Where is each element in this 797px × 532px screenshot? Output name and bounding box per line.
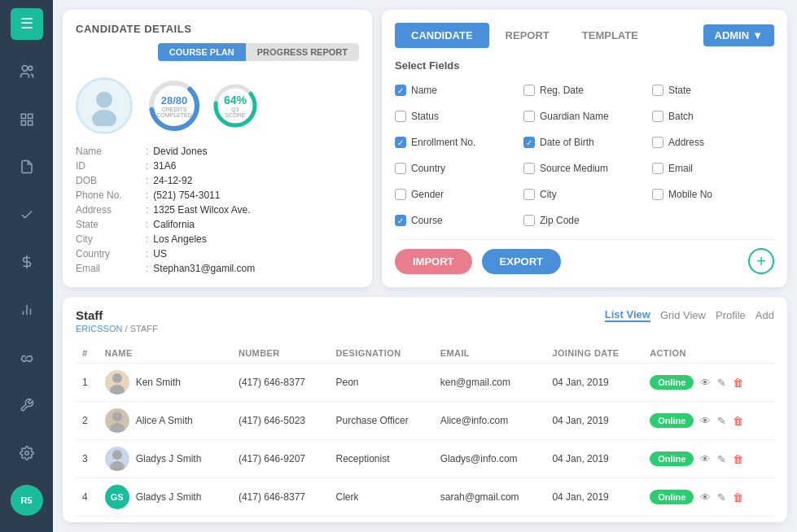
svg-point-1 bbox=[28, 66, 32, 70]
status-badge: Online bbox=[650, 451, 694, 466]
sidebar-check-icon[interactable] bbox=[11, 199, 43, 231]
view-icon[interactable]: 👁 bbox=[700, 377, 711, 389]
info-state: State : California bbox=[76, 219, 359, 230]
checkbox-course[interactable]: ✓ bbox=[395, 215, 406, 226]
table-header-row: Staff ERICSSON / STAFF List View Grid Vi… bbox=[76, 308, 774, 334]
cell-email: kenh@gmail.com bbox=[434, 517, 546, 523]
checkbox-country[interactable] bbox=[395, 163, 406, 174]
table-row: 1 Ken Smith (417) 646-8377 Peon ken@gmai… bbox=[76, 364, 774, 402]
sidebar-settings-icon[interactable] bbox=[11, 438, 43, 469]
admin-tab[interactable]: ADMIN ▼ bbox=[703, 24, 774, 46]
sidebar-doc-icon[interactable] bbox=[11, 151, 43, 183]
checkbox-gender[interactable] bbox=[395, 189, 406, 200]
breadcrumb: ERICSSON / STAFF bbox=[76, 324, 158, 334]
svg-point-20 bbox=[110, 423, 125, 433]
edit-icon[interactable]: ✎ bbox=[717, 415, 726, 427]
checkbox-mobile-no[interactable] bbox=[652, 189, 663, 200]
checkbox-reg-date[interactable] bbox=[523, 85, 535, 96]
table-row: 3 Gladys J Smith (417) 646-9207 Receptio… bbox=[76, 440, 774, 478]
checkbox-name[interactable]: ✓ bbox=[395, 85, 406, 96]
cell-designation: Peon bbox=[330, 364, 434, 402]
checkbox-date-of-birth[interactable]: ✓ bbox=[523, 137, 535, 148]
checkbox-guardian-name[interactable] bbox=[523, 111, 535, 122]
table-row: 2 Alice A Smith (417) 646-5023 Purchase … bbox=[76, 402, 774, 440]
grid-view-button[interactable]: Grid View bbox=[660, 309, 706, 321]
field-name: ✓ Name bbox=[395, 80, 517, 101]
checkbox-source-medium[interactable] bbox=[523, 163, 535, 174]
cell-number: (417) 646-9207 bbox=[232, 440, 330, 478]
info-email: Email : Stephan31@gamil.com bbox=[76, 263, 359, 274]
cell-id: 1 bbox=[76, 364, 99, 402]
add-staff-button[interactable]: Add bbox=[755, 309, 774, 321]
sidebar-handshake-icon[interactable] bbox=[11, 342, 43, 373]
svg-point-21 bbox=[112, 450, 122, 460]
export-button[interactable]: EXPORT bbox=[482, 249, 561, 274]
candidate-details-card: CANDIDATE DETAILS COURSE PLAN PROGRESS R… bbox=[63, 10, 372, 287]
cell-designation: Purchase Officer bbox=[330, 402, 434, 440]
field-enrollment-no: ✓ Enrollment No. bbox=[395, 132, 517, 153]
staff-table: # NAME NUMBER DESIGNATION EMAIL JOINING … bbox=[76, 343, 774, 522]
checkbox-address[interactable] bbox=[652, 137, 663, 148]
course-plan-button[interactable]: COURSE PLAN bbox=[158, 43, 246, 61]
checkbox-status[interactable] bbox=[395, 111, 406, 122]
sidebar-tools-icon[interactable] bbox=[11, 390, 43, 421]
delete-icon[interactable]: 🗑 bbox=[733, 453, 743, 465]
cell-number: (417) 646-5023 bbox=[232, 402, 330, 440]
edit-icon[interactable]: ✎ bbox=[717, 491, 726, 504]
delete-icon[interactable]: 🗑 bbox=[733, 377, 743, 389]
field-status: Status bbox=[395, 106, 517, 127]
cell-joining-date: 04 Jan, 2019 bbox=[545, 364, 643, 402]
progress-report-button[interactable]: PROGRESS REPORT bbox=[246, 43, 359, 61]
tab-template[interactable]: TEMPLATE bbox=[566, 23, 655, 48]
svg-point-19 bbox=[112, 412, 122, 421]
candidate-card-title: CANDIDATE DETAILS bbox=[76, 23, 359, 35]
col-joining-date: JOINING DATE bbox=[545, 343, 643, 364]
checkbox-batch[interactable] bbox=[652, 111, 663, 122]
cell-designation: Librarian bbox=[330, 517, 434, 523]
info-address: Address : 1325 East Wilcox Ave. bbox=[76, 204, 359, 216]
breadcrumb-link[interactable]: ERICSSON bbox=[76, 324, 122, 334]
col-number: NUMBER bbox=[232, 343, 330, 364]
view-icon[interactable]: 👁 bbox=[700, 415, 711, 427]
delete-icon[interactable]: 🗑 bbox=[733, 491, 743, 504]
sidebar-users-icon[interactable] bbox=[11, 56, 43, 88]
tab-report[interactable]: REPORT bbox=[489, 23, 566, 48]
cell-name: Ken Smith bbox=[99, 364, 232, 401]
edit-icon[interactable]: ✎ bbox=[717, 453, 726, 465]
field-date-of-birth: ✓ Date of Birth bbox=[523, 132, 646, 153]
field-email: Email bbox=[652, 158, 774, 179]
checkbox-enrollment-no[interactable]: ✓ bbox=[395, 137, 406, 148]
list-view-button[interactable]: List View bbox=[605, 308, 650, 322]
checkbox-zip-code[interactable] bbox=[523, 215, 535, 226]
field-country: Country bbox=[395, 158, 517, 179]
cell-id: 4 bbox=[76, 478, 99, 517]
sidebar-chart-icon[interactable] bbox=[11, 294, 43, 326]
cell-email: Alice@info.com bbox=[434, 402, 546, 440]
sidebar-menu-icon[interactable]: ☰ bbox=[11, 8, 43, 40]
staff-title: Staff bbox=[76, 308, 158, 322]
cell-action: Online 👁 ✎ 🗑 bbox=[643, 364, 774, 402]
checkbox-city[interactable] bbox=[523, 189, 535, 200]
fields-bottom: IMPORT EXPORT + bbox=[395, 239, 774, 274]
view-icon[interactable]: 👁 bbox=[700, 453, 711, 465]
edit-icon[interactable]: ✎ bbox=[717, 377, 726, 389]
field-source-medium: Source Medium bbox=[523, 158, 646, 179]
view-icon[interactable]: 👁 bbox=[700, 491, 711, 504]
checkbox-state[interactable] bbox=[652, 85, 663, 96]
breadcrumb-current: STAFF bbox=[130, 324, 158, 334]
delete-icon[interactable]: 🗑 bbox=[733, 415, 743, 427]
svg-rect-2 bbox=[21, 114, 25, 118]
tab-candidate[interactable]: CANDIDATE bbox=[395, 23, 489, 48]
sidebar-dollar-icon[interactable] bbox=[11, 246, 43, 278]
sidebar-logo: R5 bbox=[11, 485, 43, 516]
field-city: City bbox=[523, 184, 646, 205]
field-course: ✓ Course bbox=[395, 210, 517, 231]
import-button[interactable]: IMPORT bbox=[395, 249, 472, 274]
checkbox-email[interactable] bbox=[652, 163, 663, 174]
cell-id: 5 bbox=[76, 517, 99, 523]
profile-button[interactable]: Profile bbox=[716, 309, 746, 321]
add-field-button[interactable]: + bbox=[748, 248, 774, 274]
cell-id: 2 bbox=[76, 402, 99, 440]
sidebar-grid-icon[interactable] bbox=[11, 103, 43, 135]
fields-card: CANDIDATE REPORT TEMPLATE ADMIN ▼ Select… bbox=[382, 10, 787, 287]
